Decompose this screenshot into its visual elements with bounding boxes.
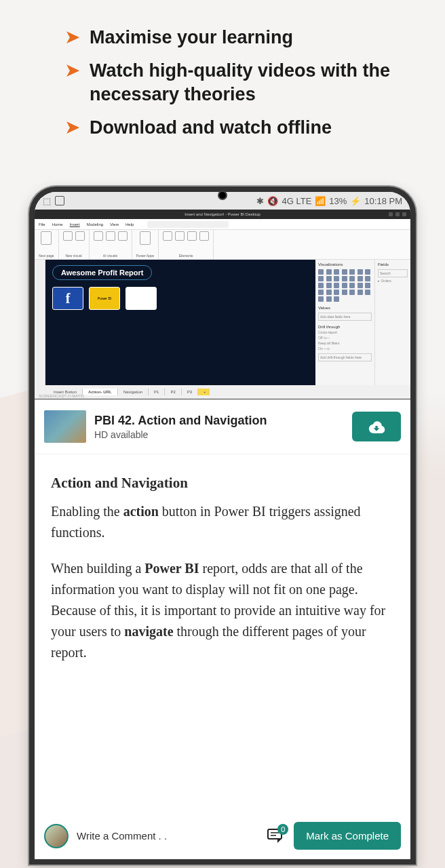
pbi-window-title: Insert and Navigation! - Power BI Deskto… (185, 212, 260, 216)
video-player[interactable]: Insert and Navigation! - Power BI Deskto… (35, 210, 410, 399)
blank-card (125, 287, 157, 310)
tool-icon (175, 231, 185, 241)
comments-button[interactable]: 0 (267, 828, 286, 844)
arrow-icon: ➤ (64, 60, 80, 81)
screenshot-icon (55, 196, 64, 205)
page-tab: Navigation (118, 389, 149, 395)
ribbon-tab: Home (52, 222, 63, 226)
ribbon-tab: Help (125, 222, 134, 226)
cloud-download-icon (367, 420, 386, 433)
values-dropzone: Add data fields here (318, 313, 372, 321)
comment-input[interactable]: Write a Comment . . (77, 830, 258, 842)
tool-icon (63, 231, 73, 241)
arrow-icon: ➤ (64, 27, 80, 48)
tool-icon (199, 231, 209, 241)
add-page-tab: + (198, 389, 210, 395)
fields-panel-title: Fields (378, 262, 408, 267)
values-label: Values (318, 306, 372, 310)
tool-icon (140, 231, 151, 245)
comment-count-badge: 0 (277, 824, 288, 835)
battery-icon: ⚡ (350, 196, 361, 206)
mark-complete-button[interactable]: Mark as Complete (294, 822, 401, 850)
lesson-title: PBI 42. Action and Navigation (94, 414, 344, 428)
pbi-page-tabs: Insert Button Action- URL Navigation P1 … (35, 385, 410, 399)
mute-icon: 🔇 (267, 196, 278, 206)
drill-dropzone: Add drill-through fields here (318, 353, 372, 361)
powerbi-card: Power BI (89, 287, 120, 310)
tool-icon (106, 231, 115, 241)
signal-bars-icon: 📶 (315, 196, 326, 206)
pbi-toolbar: New page New visual AI visuals Power App… (35, 230, 410, 260)
bottom-bar: Write a Comment . . 0 Mark as Complete (35, 815, 410, 859)
pbi-side-panels: Visualizations Values Add data fields he… (315, 260, 410, 385)
pbi-side-tabs (35, 260, 45, 385)
arrow-icon: ➤ (64, 117, 80, 138)
report-title: Awesome Profit Report (52, 265, 152, 280)
close-icon (402, 212, 406, 216)
phone-frame: ⬚ ✱ 🔇 4G LTE 📶 13% ⚡ 10:18 PM Insert and… (29, 186, 416, 865)
signal-icon: 4G LTE (282, 196, 311, 206)
ribbon-tab: View (110, 222, 119, 226)
tool-icon (163, 231, 172, 241)
maximize-icon (395, 212, 400, 216)
app-icon: ⬚ (43, 196, 51, 206)
ribbon-tab: Modeling (87, 222, 103, 226)
pbi-titlebar: Insert and Navigation! - Power BI Deskto… (35, 210, 410, 219)
lesson-content[interactable]: Action and Navigation Enabling the actio… (35, 454, 410, 692)
bullet-item: ➤ Maximise your learning (64, 26, 404, 50)
bullet-item: ➤ Download and watch offline (64, 116, 404, 140)
bullet-item: ➤ Watch high-quality videos with the nec… (64, 59, 404, 106)
lesson-subtitle: HD available (94, 429, 344, 440)
tool-icon (187, 231, 197, 241)
pbi-canvas: Awesome Profit Report Power BI (45, 260, 315, 385)
ribbon-tab-active: Insert (70, 222, 80, 226)
lesson-header: PBI 42. Action and Navigation HD availab… (35, 399, 410, 454)
pbi-search (147, 221, 229, 228)
tool-icon (94, 231, 103, 241)
page-tab: P1 (149, 389, 165, 395)
page-tab: P2 (165, 389, 181, 395)
tool-icon (118, 231, 128, 241)
bullet-text: Watch high-quality videos with the neces… (90, 59, 404, 106)
download-button[interactable] (352, 412, 401, 441)
bullet-text: Maximise your learning (90, 26, 293, 50)
viz-panel-title: Visualizations (318, 262, 372, 267)
clock: 10:18 PM (364, 196, 402, 206)
paragraph: Enabling the action button in Power BI t… (51, 501, 394, 543)
drill-label: Drill through (318, 325, 372, 329)
fields-search: Search (378, 269, 408, 277)
user-avatar[interactable] (44, 824, 69, 848)
watermark: SCREENCAST-O-MATIC (39, 394, 85, 398)
battery-percent: 13% (329, 196, 347, 206)
bullet-text: Download and watch offline (90, 116, 332, 140)
ribbon-tab: File (39, 222, 45, 226)
page-tab: P3 (182, 389, 198, 395)
page-tab-active: Action- URL (83, 389, 118, 395)
minimize-icon (389, 212, 393, 216)
pbi-ribbon-tabs: File Home Insert Modeling View Help (35, 219, 410, 230)
facebook-card (52, 287, 83, 310)
tool-icon (41, 231, 52, 245)
tool-icon (75, 231, 85, 241)
camera-notch (218, 191, 227, 200)
lesson-thumbnail[interactable] (44, 410, 86, 443)
bluetooth-icon: ✱ (256, 196, 264, 206)
section-heading: Action and Navigation (51, 475, 394, 492)
feature-bullets: ➤ Maximise your learning ➤ Watch high-qu… (0, 0, 445, 163)
paragraph: When building a Power BI report, odds ar… (51, 558, 394, 663)
